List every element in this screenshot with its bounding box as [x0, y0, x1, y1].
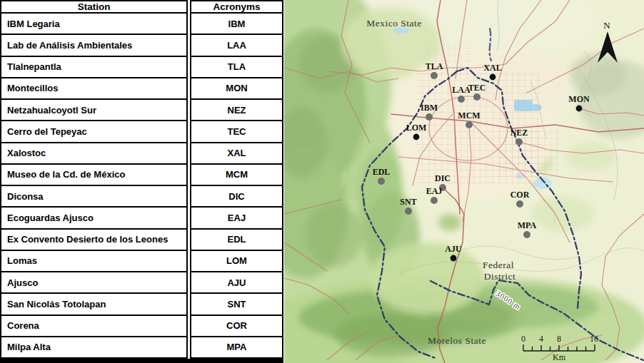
- morelos-state-label: Morelos State: [428, 335, 486, 346]
- station-code-label: TLA: [426, 61, 443, 71]
- station-cell: IBM Legaria: [1, 13, 187, 34]
- station-cell: Tlalnepantla: [1, 56, 187, 78]
- acronym-cell: LAA: [191, 34, 283, 56]
- station-dot: [523, 231, 530, 238]
- scale-unit-label: Km: [553, 352, 566, 362]
- station-cell: Lab de Análisis Ambientales: [1, 34, 187, 56]
- station-code-label: LOM: [406, 123, 427, 133]
- federal-district-label-2: District: [484, 271, 516, 282]
- federal-district-label-1: Federal: [483, 260, 514, 270]
- station-code-label: COR: [510, 190, 530, 200]
- station-code-label: TEC: [468, 83, 486, 93]
- station-cell: Cerro del Tepeyac: [1, 121, 187, 142]
- mexico-state-label: Mexico State: [366, 18, 422, 29]
- acronym-cell: LOM: [191, 250, 283, 272]
- acronym-cell: NEZ: [191, 99, 283, 121]
- station-dot: [466, 121, 473, 128]
- station-dot: [378, 178, 385, 185]
- station-code-label: MPA: [518, 220, 537, 230]
- acronym-cell: TLA: [191, 56, 283, 78]
- acronym-cell: TEC: [191, 121, 283, 142]
- station-cell: San Nicolás Totolapan: [1, 293, 187, 315]
- north-label: N: [603, 20, 610, 31]
- station-code-label: AJU: [445, 244, 462, 254]
- station-dot: [431, 72, 438, 79]
- acronym-cell: IBM: [191, 13, 283, 34]
- station-dot: [426, 113, 433, 121]
- map-canvas: Mexico State Federal District Morelos St…: [284, 0, 644, 363]
- station-legend-table: Station IBM LegariaLab de Análisis Ambie…: [0, 0, 283, 363]
- station-dot: [473, 93, 481, 101]
- station-cell: Museo de la Cd. de México: [1, 164, 187, 185]
- acronym-cell: XAL: [191, 143, 283, 164]
- station-code-label: MCM: [458, 111, 480, 121]
- scale-tick-16: 16: [590, 334, 598, 344]
- acronym-cell: DIC: [191, 185, 283, 207]
- station-code-label: DIC: [435, 173, 451, 183]
- scale-tick-4: 4: [539, 334, 543, 344]
- acronym-cell: COR: [191, 315, 283, 337]
- station-code-label: SNT: [400, 197, 416, 207]
- acronym-cell: EDL: [191, 229, 283, 250]
- station-column-table: Station IBM LegariaLab de Análisis Ambie…: [0, 0, 188, 359]
- acronym-column-table: Acronyms IBMLAATLAMONNEZTECXALMCMDICEAJE…: [190, 0, 283, 359]
- station-dot: [451, 255, 457, 262]
- acronym-cell: EAJ: [191, 207, 283, 228]
- acronym-cell: AJU: [191, 272, 283, 293]
- figure: Station IBM LegariaLab de Análisis Ambie…: [0, 0, 644, 363]
- acronym-header: Acronyms: [191, 1, 283, 13]
- station-cell: Diconsa: [1, 185, 187, 207]
- scale-tick-0: 0: [521, 334, 525, 344]
- station-code-label: MON: [568, 94, 590, 104]
- station-dot: [431, 197, 438, 204]
- station-cell: Ecoguardas Ajusco: [1, 207, 187, 228]
- station-dot: [413, 134, 420, 140]
- acronym-cell: MON: [191, 78, 283, 99]
- station-header: Station: [1, 1, 187, 13]
- station-map: Mexico State Federal District Morelos St…: [284, 0, 644, 363]
- station-cell: Milpa Alta: [1, 337, 187, 358]
- station-code-label: IBM: [421, 103, 438, 113]
- acronym-cell: MCM: [191, 164, 283, 185]
- station-dot: [490, 74, 496, 81]
- station-cell: Netzahualcoyotl Sur: [1, 99, 187, 121]
- station-cell: Montecillos: [1, 78, 187, 99]
- station-dot: [515, 138, 523, 145]
- station-dot: [516, 200, 523, 208]
- station-cell: Corena: [1, 315, 187, 337]
- station-cell: Ajusco: [1, 272, 187, 293]
- station-code-label: XAL: [483, 63, 501, 73]
- acronym-cell: SNT: [191, 293, 283, 315]
- acronym-cell: MPA: [191, 337, 283, 358]
- station-dot: [458, 96, 465, 103]
- station-dot: [576, 106, 583, 112]
- scale-tick-8: 8: [557, 334, 561, 344]
- station-cell: Xalostoc: [1, 143, 187, 164]
- station-code-label: EAJ: [426, 186, 443, 196]
- station-cell: Ex Convento Desierto de los Leones: [1, 229, 187, 250]
- station-dot: [405, 208, 412, 215]
- station-code-label: NEZ: [510, 128, 528, 138]
- station-code-label: EDL: [373, 167, 391, 177]
- station-cell: Lomas: [1, 250, 187, 272]
